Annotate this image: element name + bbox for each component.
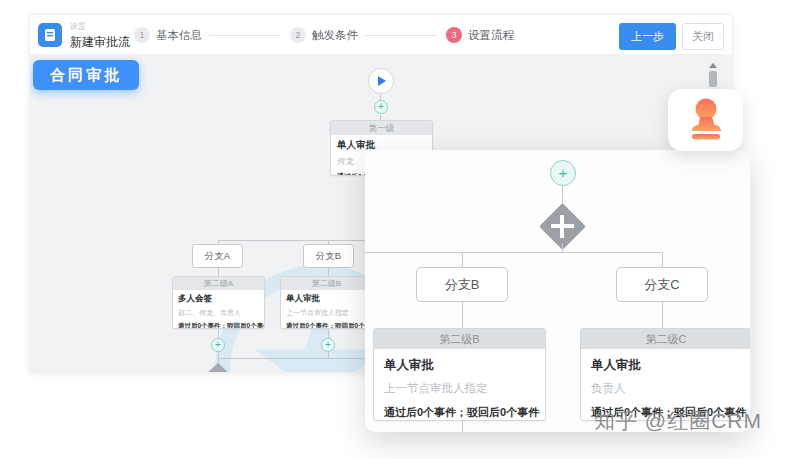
stamp-app-card (668, 89, 743, 151)
connector-line (462, 252, 463, 267)
connector-line (218, 268, 219, 276)
window-header: 设置 新建审批流 1 基本信息 2 触发条件 3 设置流程 上一步 关闭 (30, 15, 732, 55)
stamp-icon (687, 98, 725, 142)
card-header: 第一级 (331, 121, 432, 135)
branch-node-c[interactable]: 分支C (616, 267, 708, 302)
connector-line (462, 302, 463, 328)
add-node-button[interactable]: + (321, 338, 335, 352)
card-events: 通过后0个事件；驳回后0个事件 (384, 405, 535, 420)
card-header: 第二级C (581, 329, 750, 349)
breadcrumb: 设置 (70, 21, 130, 32)
connector-line (218, 240, 382, 241)
connector-line (218, 329, 219, 338)
card-header: 第二级A (173, 277, 264, 290)
card-events: 通过后0个事件；驳回后0个事件 (178, 322, 259, 329)
document-icon (38, 23, 62, 47)
zoomed-flow-panel: + 分支B 分支C 第二级B 单人审批 上一节点审批人指定 通过后0个事件；驳回… (365, 150, 750, 432)
approval-card-level2a[interactable]: 第二级A 多人会签 赵二、何龙、负责人 通过后0个事件；驳回后0个事件 (172, 276, 265, 329)
approval-card-level2b[interactable]: 第二级B 单人审批 上一节点审批人指定 通过后0个事件；驳回后0个事件 (373, 328, 546, 421)
branch-node-b[interactable]: 分支B (416, 267, 508, 302)
step-set-process[interactable]: 3 设置流程 (446, 27, 521, 43)
page-title: 新建审批流 (70, 34, 130, 51)
connector-line (462, 421, 463, 432)
card-assignee: 赵二、何龙、负责人 (178, 308, 259, 318)
arrow-up-icon[interactable] (709, 63, 717, 68)
card-approval-type: 单人审批 (384, 357, 535, 374)
diamond-plus-icon (560, 215, 564, 238)
step-3-label: 设置流程 (468, 28, 514, 43)
connector-line (662, 252, 663, 267)
zhihu-watermark: 知乎 @红圈CRM (594, 407, 762, 435)
branch-node-a[interactable]: 分支A (192, 244, 243, 268)
previous-step-button[interactable]: 上一步 (619, 23, 676, 50)
step-indicator: 1 基本信息 2 触发条件 3 设置流程 (134, 15, 521, 55)
card-assignee: 上一节点审批人指定 (384, 381, 535, 396)
step-connector (365, 35, 437, 36)
step-connector (209, 35, 281, 36)
step-1-circle: 1 (134, 27, 150, 43)
branch-node-b[interactable]: 分支B (303, 244, 354, 268)
connector-line (328, 329, 329, 338)
document-icon-glyph (44, 28, 56, 42)
play-icon (378, 76, 386, 86)
start-node[interactable] (368, 68, 394, 94)
connector-line (562, 243, 563, 252)
card-header: 第二级B (374, 329, 545, 349)
card-approval-type: 单人审批 (591, 357, 741, 374)
scrollbar-thumb[interactable] (709, 71, 717, 87)
card-assignee: 上一节点审批人指定 (286, 308, 367, 318)
card-approval-type: 多人会签 (178, 293, 259, 305)
approval-card-level2b[interactable]: 第二级B 单人审批 上一节点审批人指定 通过后0个事件；驳回后0个事件 (280, 276, 373, 329)
step-3-circle: 3 (446, 27, 462, 43)
merge-triangle (205, 363, 231, 372)
card-header: 第二级B (281, 277, 372, 290)
connector-line (328, 268, 329, 276)
card-events: 通过后0个事件；驳回后0个事件 (286, 322, 367, 329)
card-assignee: 负责人 (591, 381, 741, 396)
step-1-label: 基本信息 (156, 28, 202, 43)
add-node-button[interactable]: + (374, 100, 388, 114)
close-button[interactable]: 关闭 (682, 23, 724, 50)
card-approval-type: 单人审批 (286, 293, 367, 305)
step-2-circle: 2 (290, 27, 306, 43)
add-node-button[interactable]: + (211, 338, 225, 352)
connector-line (365, 252, 663, 253)
window-title-block: 设置 新建审批流 (70, 21, 130, 51)
add-node-button[interactable]: + (550, 160, 576, 186)
header-buttons: 上一步 关闭 (619, 23, 724, 50)
connector-line (662, 302, 663, 328)
step-2-label: 触发条件 (312, 28, 358, 43)
step-trigger-conditions[interactable]: 2 触发条件 (290, 27, 365, 43)
step-basic-info[interactable]: 1 基本信息 (134, 27, 209, 43)
flow-title-badge: 合同审批 (33, 60, 139, 90)
